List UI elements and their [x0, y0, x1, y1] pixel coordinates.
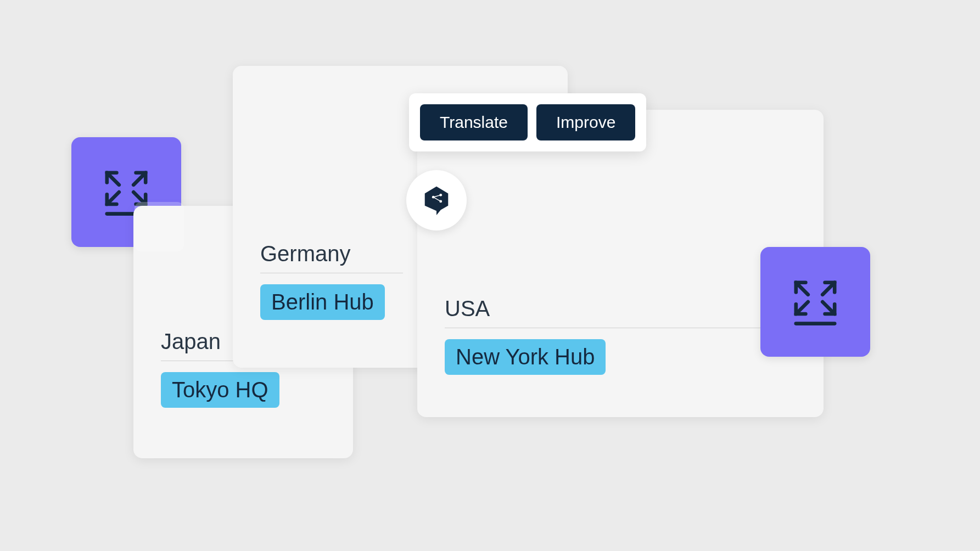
hub-tag[interactable]: Berlin Hub: [260, 284, 385, 320]
country-label: Germany: [260, 241, 403, 273]
chat-hexagon-icon: [421, 184, 452, 216]
country-label: USA: [445, 296, 796, 328]
expand-card-right[interactable]: [760, 247, 870, 357]
improve-button[interactable]: Improve: [536, 104, 635, 140]
hub-tag[interactable]: Tokyo HQ: [161, 372, 279, 408]
hub-tag[interactable]: New York Hub: [445, 339, 606, 375]
chat-assistant-button[interactable]: [406, 170, 467, 230]
translate-button[interactable]: Translate: [420, 104, 528, 140]
ai-toolbar: Translate Improve: [409, 93, 646, 151]
glass-overlay: [135, 202, 184, 251]
expand-icon: [785, 272, 845, 332]
